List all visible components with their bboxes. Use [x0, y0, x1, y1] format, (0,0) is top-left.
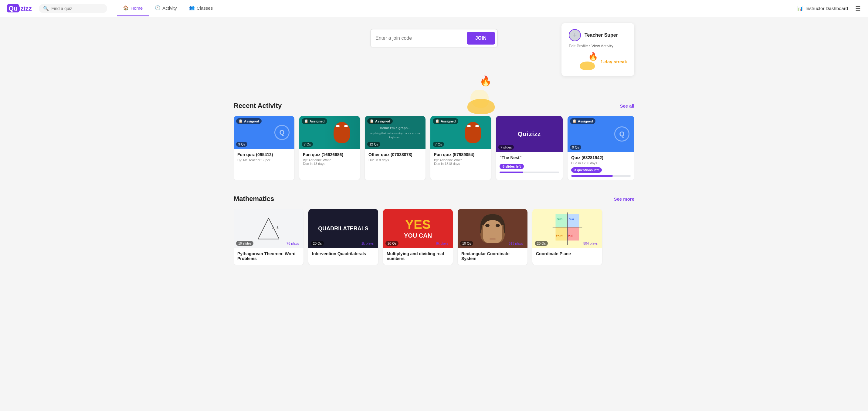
math-card-title: Pythagorean Theorem: Word Problems	[237, 251, 300, 261]
nav-right: 📊 Instructor Dashboard ☰	[797, 5, 861, 12]
see-all-link[interactable]: See all	[620, 103, 634, 108]
card-title: Other quiz (07038078)	[368, 152, 422, 157]
nav-classes[interactable]: 👥 Classes	[183, 0, 219, 16]
card-by: By: Adrienne White	[303, 158, 356, 162]
activity-card[interactable]: 📋Assigned 9 Qs Q Quiz (63281942) Due in …	[567, 116, 634, 180]
math-card-title: Coordinate Plane	[536, 251, 598, 256]
dashboard-icon: 📊	[797, 6, 803, 11]
math-card-title: Multiplying and dividing real numbers	[386, 251, 449, 261]
q-count: 10 Qs	[460, 241, 473, 246]
svg-text:(x,y): (x,y)	[569, 218, 574, 220]
card-due: Due in 1756 days	[571, 161, 631, 165]
math-card[interactable]: c a 19 slides 76 plays Pythagorean Theor…	[234, 209, 304, 265]
math-card[interactable]: (-x,y) (x,y) (-x,-y) (x,-y) 20 Qs 504 pl…	[532, 209, 602, 265]
instructor-dashboard-button[interactable]: 📊 Instructor Dashboard	[797, 6, 848, 11]
search-bar[interactable]: 🔍	[39, 4, 107, 13]
navbar: Quizizz 🔍 🏠 Home 🕐 Activity 👥 Classes 📊 …	[0, 0, 868, 17]
card-title: Fun quiz (16626686)	[303, 152, 356, 157]
mathematics-title: Mathematics	[234, 195, 274, 203]
profile-name: Teacher Super	[585, 32, 618, 38]
quad-text: QUADRILATERALS	[318, 226, 368, 232]
card-title: "The Nest"	[500, 155, 559, 160]
assigned-badge: 📋Assigned	[570, 118, 595, 124]
profile-panel: + Teacher Super Edit Profile • View Acti…	[561, 23, 634, 76]
nav-home[interactable]: 🏠 Home	[117, 0, 149, 16]
card-due: Due in 1818 days	[434, 162, 488, 166]
q-count-badge: 7 slides	[498, 145, 514, 150]
questions-left-badge: 3 questions left	[571, 167, 602, 173]
q-count-badge: 7 Qs	[433, 142, 444, 147]
plays-count: 504 plays	[581, 241, 600, 246]
card-title: Quiz (63281942)	[571, 155, 631, 160]
activity-card[interactable]: 📋Assigned 7 Qs Fun quiz (57989054)	[430, 116, 491, 180]
logo[interactable]: Quizizz	[7, 5, 32, 12]
svg-text:(-x,y): (-x,y)	[557, 218, 562, 220]
home-icon: 🏠	[123, 5, 129, 11]
svg-text:a: a	[277, 225, 279, 230]
profile-links: Edit Profile • View Activity	[569, 44, 627, 48]
q-count: 20 Qs	[385, 241, 399, 246]
card-title: Fun quiz (095412)	[237, 152, 291, 157]
q-count-badge: 9 Qs	[570, 145, 581, 150]
edit-profile-link[interactable]: Edit Profile	[569, 44, 588, 48]
card-by: By: Adrienne White	[434, 158, 488, 162]
assigned-badge: 📋Assigned	[236, 118, 261, 124]
assigned-badge: 📋Assigned	[302, 118, 327, 124]
activity-card[interactable]: 7 slides Quizizz "The Nest" 6 slides lef…	[496, 116, 563, 180]
recent-activity-cards: 📋Assigned 9 Qs Q Fun quiz (095412) By: M…	[234, 116, 634, 180]
nav-activity[interactable]: 🕐 Activity	[149, 0, 183, 16]
activity-icon: 🕐	[155, 5, 160, 11]
plays-count: 1k plays	[359, 241, 376, 246]
recent-activity-title: Recent Activity	[234, 102, 282, 110]
q-count-badge: 7 Qs	[302, 142, 313, 147]
classes-icon: 👥	[189, 5, 195, 11]
activity-card[interactable]: 📋Assigned 7 Qs Fun quiz (16	[299, 116, 360, 180]
card-due: Due in 8 days	[368, 158, 422, 162]
streak-text: 1-day streak	[600, 59, 627, 64]
svg-text:(x,-y): (x,-y)	[568, 234, 573, 236]
q-count-badge: 9 Qs	[236, 142, 247, 147]
math-card[interactable]: 10 Qs 613 plays Rectangular Coordinate S…	[458, 209, 527, 265]
plays-count: 613 plays	[506, 241, 525, 246]
view-activity-link[interactable]: View Activity	[591, 44, 613, 48]
card-due: Due in 13 days	[303, 162, 356, 166]
math-card[interactable]: YES YOU CAN 20 Qs 8k plays Multiplying a…	[383, 209, 453, 265]
math-cards: c a 19 slides 76 plays Pythagorean Theor…	[234, 209, 634, 265]
join-section: JOIN 🔥 + Teacher Super	[234, 29, 634, 90]
activity-card[interactable]: 📋Assigned 12 Qs Hello! I'm a graph... an…	[365, 116, 426, 180]
assigned-badge: 📋Assigned	[433, 118, 458, 124]
card-title: Fun quiz (57989054)	[434, 152, 488, 157]
math-card-title: Rectangular Coordinate System	[461, 251, 524, 261]
svg-rect-8	[567, 227, 579, 240]
slides-count: 19 slides	[236, 241, 253, 246]
card-by: By: Mr. Teacher Super	[237, 158, 291, 162]
q-count: 20 Qs	[535, 241, 548, 246]
activity-card[interactable]: 📋Assigned 9 Qs Q Fun quiz (095412) By: M…	[234, 116, 294, 180]
q-count: 20 Qs	[311, 241, 324, 246]
menu-button[interactable]: ☰	[855, 5, 861, 12]
math-card-title: Intervention Quadrilaterals	[312, 251, 374, 256]
svg-text:c: c	[272, 225, 274, 230]
search-input[interactable]	[51, 6, 103, 11]
math-card[interactable]: QUADRILATERALS 20 Qs 1k plays Interventi…	[308, 209, 378, 265]
plays-count: 76 plays	[284, 241, 301, 246]
see-more-link[interactable]: See more	[614, 196, 634, 202]
svg-line-1	[258, 218, 269, 239]
nav-links: 🏠 Home 🕐 Activity 👥 Classes	[117, 0, 219, 16]
plays-count: 8k plays	[434, 241, 451, 246]
recent-activity-section: Recent Activity See all 📋Assigned 9 Qs Q…	[234, 102, 634, 180]
svg-text:(-x,-y): (-x,-y)	[556, 234, 563, 236]
main-content: JOIN 🔥 + Teacher Super	[215, 17, 653, 265]
search-icon: 🔍	[43, 6, 49, 11]
svg-rect-6	[567, 214, 579, 227]
pyth-diagram: c a	[241, 213, 297, 244]
avatar: +	[569, 29, 581, 41]
join-box: JOIN	[370, 29, 498, 47]
join-code-input[interactable]	[375, 35, 467, 41]
slides-left-badge: 6 slides left	[500, 164, 524, 169]
join-button[interactable]: JOIN	[467, 32, 495, 44]
mathematics-section: Mathematics See more c a 19 slides 76 pl	[234, 195, 634, 265]
svg-rect-5	[555, 214, 567, 227]
